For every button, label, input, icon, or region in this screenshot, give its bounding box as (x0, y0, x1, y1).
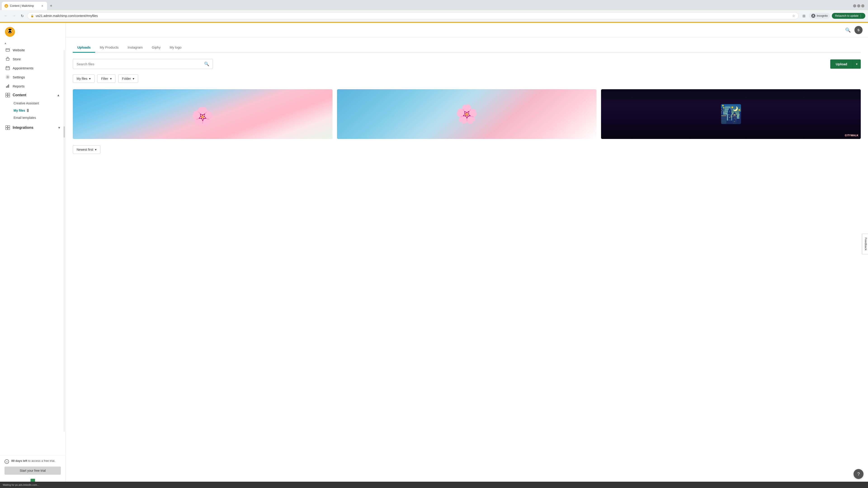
search-input[interactable] (76, 62, 202, 66)
svg-point-7 (6, 29, 9, 33)
search-row: 🔍 Upload ▾ (73, 59, 861, 69)
reports-icon (5, 84, 10, 88)
status-text: Waiting for px.ads.linkedin.com... (3, 484, 39, 486)
sidebar-item-appointments[interactable]: Appointments (0, 64, 65, 72)
sidebar-logo[interactable] (0, 23, 65, 41)
back-button[interactable]: ← (3, 13, 9, 19)
settings-icon (5, 75, 10, 79)
trial-info: ⊙ 89 days left to access a free trial. (4, 459, 61, 464)
scroll-up-arrow[interactable]: ▲ (0, 41, 11, 45)
image-card-night[interactable]: 🌃 CITYWALK (601, 89, 861, 139)
app-header: 🔍 S (66, 23, 868, 37)
my-files-label: My files (13, 109, 25, 112)
tab-title: Content | Mailchimp (10, 4, 38, 7)
sidebar-item-appointments-label: Appointments (13, 66, 33, 70)
window-maximize[interactable] (857, 4, 860, 7)
tab-uploads[interactable]: Uploads (73, 43, 95, 53)
app-layout: ▲ Website Store Appointments (0, 23, 868, 488)
incognito-label: Incognito (817, 14, 828, 18)
image-card-cherry2[interactable]: 🌸 (337, 89, 597, 139)
sidebar-item-email-templates[interactable]: Email templates (0, 114, 65, 121)
forward-button[interactable]: → (11, 13, 17, 19)
incognito-icon (811, 14, 815, 18)
tab-my-logo[interactable]: My logo (165, 43, 186, 53)
content-section-icon (5, 93, 10, 97)
svg-rect-25 (6, 128, 7, 130)
sidebar-item-settings[interactable]: Settings (0, 72, 65, 82)
filter-button[interactable]: Filter ▾ (97, 74, 115, 83)
sidebar-item-my-files[interactable]: My files (0, 107, 65, 114)
tabs-bar: Uploads My Products Instagram Giphy My l… (73, 43, 861, 53)
browser-tab[interactable]: M Content | Mailchimp × (2, 2, 47, 10)
folder-button[interactable]: Folder ▾ (118, 74, 138, 83)
svg-rect-9 (6, 48, 9, 51)
sidebar-item-settings-label: Settings (13, 75, 25, 79)
tab-instagram[interactable]: Instagram (123, 43, 147, 53)
extensions-btn[interactable]: ⊞ (800, 12, 807, 19)
integrations-chevron: ▾ (58, 126, 60, 129)
header-avatar[interactable]: S (855, 26, 863, 34)
content-area: Uploads My Products Instagram Giphy My l… (66, 37, 868, 488)
sidebar-section-content[interactable]: Content ▲ (0, 91, 65, 100)
svg-rect-22 (8, 95, 10, 97)
upload-main-button[interactable]: Upload (830, 59, 852, 69)
relaunch-button[interactable]: Relaunch to update ⋮ (832, 13, 865, 19)
my-files-filter-button[interactable]: My files ▾ (73, 74, 94, 83)
svg-rect-18 (8, 85, 9, 88)
svg-point-8 (11, 29, 13, 33)
sidebar-scrollbar-thumb[interactable] (64, 126, 65, 138)
sidebar-nav: ▲ Website Store Appointments (0, 41, 65, 455)
sort-row: Newest first ▾ (73, 145, 861, 154)
help-button[interactable]: ? (854, 469, 864, 479)
feedback-tab[interactable]: Feedback (862, 234, 868, 254)
svg-point-2 (813, 15, 814, 16)
svg-point-15 (7, 76, 8, 78)
refresh-button[interactable]: ↻ (19, 13, 25, 19)
website-icon (5, 48, 10, 52)
sidebar-section-integrations[interactable]: Integrations ▾ (0, 123, 65, 132)
sidebar-item-website-label: Website (13, 48, 25, 52)
sidebar-item-store[interactable]: Store (0, 55, 65, 64)
integrations-section-label: Integrations (13, 126, 33, 130)
sidebar-item-website[interactable]: Website (0, 45, 65, 55)
svg-rect-20 (8, 93, 10, 95)
upload-btn-group: Upload ▾ (830, 59, 861, 69)
start-trial-button[interactable]: Start your free trial (4, 466, 61, 475)
sidebar-item-creative-assistant[interactable]: Creative Assistant (0, 100, 65, 107)
tab-giphy[interactable]: Giphy (147, 43, 165, 53)
trial-timer-icon: ⊙ (4, 459, 9, 464)
search-icon-button[interactable]: 🔍 (204, 61, 209, 66)
svg-rect-26 (8, 128, 10, 130)
sidebar-scrollbar (64, 50, 65, 432)
sort-button[interactable]: Newest first ▾ (73, 145, 100, 154)
new-tab-button[interactable]: + (48, 3, 54, 9)
lock-icon: 🔒 (31, 14, 34, 18)
svg-text:M: M (5, 5, 7, 7)
url-text: us21.admin.mailchimp.com/content/#myfile… (36, 14, 790, 18)
svg-rect-21 (6, 95, 7, 97)
browser-actions: ⊞ Incognito Relaunch to update ⋮ (800, 12, 865, 19)
browser-chrome: M Content | Mailchimp × + ← → ↻ 🔒 us21.a… (0, 0, 868, 22)
window-close[interactable] (861, 4, 864, 7)
store-icon (5, 57, 10, 61)
window-minimize[interactable] (853, 4, 856, 7)
address-bar: ← → ↻ 🔒 us21.admin.mailchimp.com/content… (0, 10, 868, 22)
sidebar-item-store-label: Store (13, 57, 21, 61)
image-card-cherry1[interactable]: 🌸 (73, 89, 333, 139)
window-controls (853, 4, 866, 7)
url-bar[interactable]: 🔒 us21.admin.mailchimp.com/content/#myfi… (27, 12, 799, 19)
appointments-icon (5, 66, 10, 70)
integrations-icon (5, 125, 10, 130)
bookmark-icon[interactable]: ☆ (792, 14, 795, 18)
svg-rect-23 (6, 126, 7, 127)
content-section-label: Content (13, 93, 26, 97)
sidebar-item-reports[interactable]: Reports (0, 82, 65, 91)
trial-description: to access a free trial. (27, 459, 55, 462)
incognito-badge: Incognito (809, 13, 830, 19)
tab-close-btn[interactable]: × (40, 4, 44, 8)
upload-chevron-button[interactable]: ▾ (852, 59, 861, 69)
tab-my-products[interactable]: My Products (95, 43, 123, 53)
header-search-button[interactable]: 🔍 (845, 27, 851, 33)
trial-days: 89 days left (11, 459, 27, 462)
sidebar-item-reports-label: Reports (13, 84, 25, 88)
